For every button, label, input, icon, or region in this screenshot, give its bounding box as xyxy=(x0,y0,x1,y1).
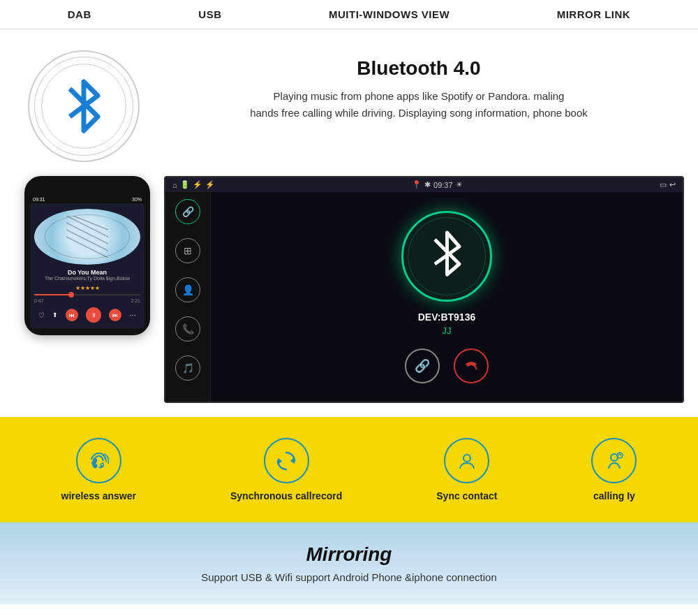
sync-contact-icon xyxy=(444,438,489,483)
car-screen: ⌂ 🔋 ⚡ ⚡ 📍 ✱ 09:37 ☀ ▭ ↩ xyxy=(164,176,684,403)
bluetooth-logo-area xyxy=(14,50,154,162)
usb2-icon: ⚡ xyxy=(205,180,215,189)
feature-sync-contact: Sync contact xyxy=(436,438,497,501)
phone-controls: ♡ ⬆ ⏮ ⏸ ⏭ ⋯ xyxy=(34,307,140,323)
mirroring-section: Mirroring Support USB & Wifi support And… xyxy=(0,522,698,604)
bt-device-circle xyxy=(401,211,492,302)
back-icon: ↩ xyxy=(669,180,676,189)
phone-time: 09:31 xyxy=(33,197,45,202)
nav-mirrorlink[interactable]: MIRROR LINK xyxy=(557,8,631,20)
top-navigation: DAB USB MUITI-WINDOWS VIEW MIRROR LINK xyxy=(0,0,698,29)
feature-section: wireless answer Synchronous callrecord S… xyxy=(0,417,698,522)
artist-name: The Chainsmokers,Ty Dolla $ign,Bülow xyxy=(34,276,140,281)
brightness-icon: ☀ xyxy=(456,180,463,189)
wireless-answer-label: wireless answer xyxy=(61,490,136,501)
device-name: DEV:BT9136 xyxy=(418,311,475,323)
sidebar-music-icon[interactable]: 🎵 xyxy=(175,355,200,381)
bluetooth-description: Playing music from phone apps like Spoti… xyxy=(154,88,684,122)
svg-marker-7 xyxy=(278,458,282,465)
nav-dab[interactable]: DAB xyxy=(68,8,91,20)
progress-bar xyxy=(34,294,140,295)
nav-usb[interactable]: USB xyxy=(198,8,221,20)
bt-status-icon: ✱ xyxy=(424,180,431,189)
battery-icon: 🔋 xyxy=(180,180,190,189)
share-icon[interactable]: ⬆ xyxy=(52,311,58,318)
bluetooth-title: Bluetooth 4.0 xyxy=(154,57,684,80)
sidebar-user-icon[interactable]: 👤 xyxy=(175,277,200,302)
car-content: 🔗 ⊞ 👤 📞 🎵 DEV:BT9136 xyxy=(165,192,683,402)
home-icon: ⌂ xyxy=(172,181,177,189)
phone-battery: 30% xyxy=(132,197,142,202)
car-time: 09:37 xyxy=(433,181,453,189)
sidebar-grid-icon[interactable]: ⊞ xyxy=(175,238,200,263)
heart-icon[interactable]: ♡ xyxy=(38,311,45,319)
svg-point-10 xyxy=(617,453,623,458)
pause-button[interactable]: ⏸ xyxy=(86,307,101,323)
wireless-answer-icon xyxy=(76,438,121,483)
progress-fill xyxy=(34,294,71,295)
car-status-right-icons: ▭ ↩ xyxy=(660,180,676,189)
mirroring-title: Mirroring xyxy=(14,543,684,566)
rating: ★★★★★ xyxy=(34,285,140,291)
calling-ly-icon xyxy=(591,438,637,483)
screen-icon: ▭ xyxy=(660,180,667,189)
svg-marker-6 xyxy=(290,457,295,464)
time-total: 2:21 xyxy=(131,298,140,303)
car-status-center-icons: 📍 ✱ 09:37 ☀ xyxy=(412,180,463,189)
time-current: 0:47 xyxy=(34,298,44,303)
sidebar-link-icon[interactable]: 🔗 xyxy=(175,199,200,224)
nav-multiwindow[interactable]: MUITI-WINDOWS VIEW xyxy=(329,8,450,20)
car-sidebar: 🔗 ⊞ 👤 📞 🎵 xyxy=(165,192,211,402)
bluetooth-logo xyxy=(28,50,140,162)
svg-point-8 xyxy=(463,455,470,462)
call-record-icon xyxy=(264,438,309,483)
feature-call-record: Synchronous callrecord xyxy=(230,438,342,501)
bt-device-icon xyxy=(428,229,466,284)
decline-call-button[interactable] xyxy=(454,349,489,383)
bluetooth-section: Bluetooth 4.0 Playing music from phone a… xyxy=(0,29,698,417)
car-status-bar: ⌂ 🔋 ⚡ ⚡ 📍 ✱ 09:37 ☀ ▭ ↩ xyxy=(165,177,683,192)
sync-contact-label: Sync contact xyxy=(436,490,497,501)
feature-calling-ly: calling Iy xyxy=(591,438,637,501)
device-sub: JJ xyxy=(443,325,452,336)
calling-ly-label: calling Iy xyxy=(593,490,635,501)
mirroring-description: Support USB & Wifi support Android Phone… xyxy=(14,571,684,583)
phone-status-bar: 09:31 30% xyxy=(30,196,144,203)
bt-content-row: 09:31 30% Do You Mean The Chainsmok xyxy=(14,176,684,403)
phone-notch xyxy=(66,183,108,193)
menu-icon[interactable]: ⋯ xyxy=(129,311,136,319)
album-art xyxy=(34,209,140,265)
sidebar-call-icon[interactable]: 📞 xyxy=(175,316,200,342)
call-record-label: Synchronous callrecord xyxy=(230,490,342,501)
usb-icon: ⚡ xyxy=(193,180,202,189)
location-icon: 📍 xyxy=(412,180,422,189)
feature-wireless-answer: wireless answer xyxy=(61,438,136,501)
bluetooth-icon xyxy=(59,75,108,138)
progress-dot xyxy=(68,292,74,298)
phone-mockup: 09:31 30% Do You Mean The Chainsmok xyxy=(24,176,150,335)
song-title: Do You Mean xyxy=(34,269,140,276)
prev-button[interactable]: ⏮ xyxy=(66,309,78,321)
car-status-left-icons: ⌂ 🔋 ⚡ ⚡ xyxy=(172,180,215,189)
next-button[interactable]: ⏭ xyxy=(109,309,121,321)
car-main-area: DEV:BT9136 JJ 🔗 xyxy=(211,192,683,402)
phone-screen: Do You Mean The Chainsmokers,Ty Dolla $i… xyxy=(30,203,144,328)
bluetooth-text-area: Bluetooth 4.0 Playing music from phone a… xyxy=(154,50,684,122)
call-buttons: 🔗 xyxy=(405,349,489,383)
accept-call-button[interactable]: 🔗 xyxy=(405,349,440,383)
